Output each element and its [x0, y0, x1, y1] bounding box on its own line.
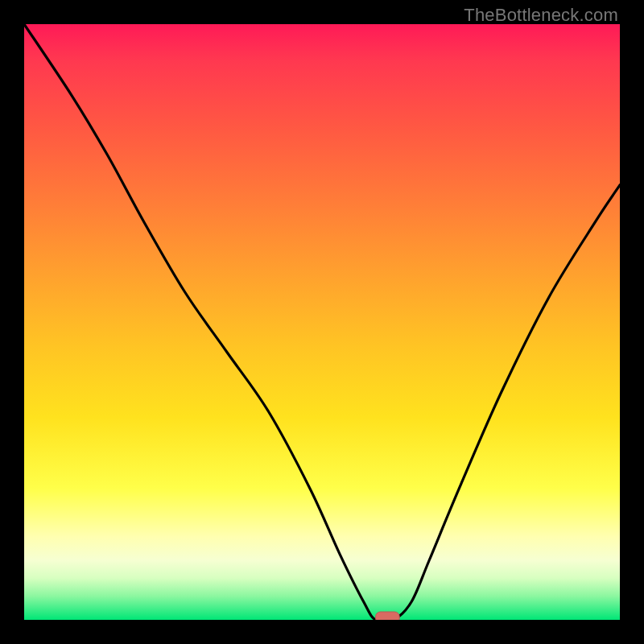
bottleneck-curve: [24, 24, 620, 620]
chart-svg: [24, 24, 620, 620]
chart-frame: TheBottleneck.com: [0, 0, 644, 644]
watermark-text: TheBottleneck.com: [464, 5, 618, 26]
plot-area: [24, 24, 620, 620]
minimum-marker: [376, 612, 400, 620]
